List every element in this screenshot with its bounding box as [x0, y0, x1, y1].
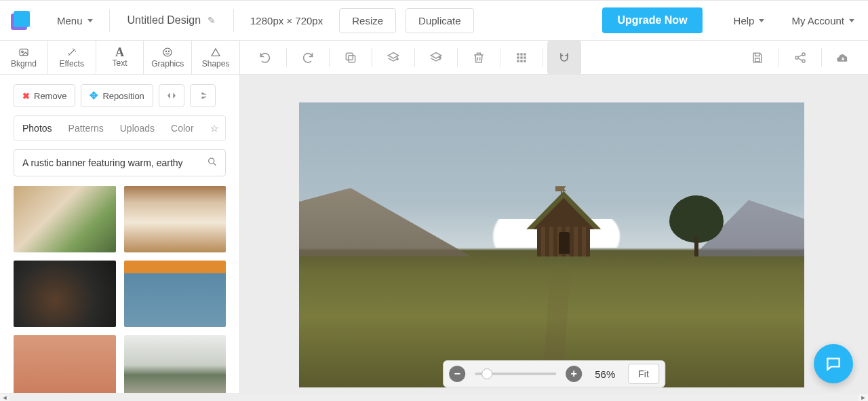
tab-shapes[interactable]: Shapes: [192, 41, 239, 74]
help-dropdown[interactable]: Help: [720, 0, 778, 41]
tab-effects[interactable]: Effects: [48, 41, 96, 74]
scroll-left-arrow[interactable]: ◄: [0, 394, 9, 402]
save-icon: [751, 51, 764, 64]
pencil-icon: ✎: [208, 15, 216, 26]
tab-background-label: Bkgrnd: [11, 59, 37, 69]
zoom-in-button[interactable]: +: [566, 366, 582, 382]
tab-background[interactable]: Bkgrnd: [0, 41, 48, 74]
chevron-down-icon: [759, 19, 764, 22]
chat-fab[interactable]: [814, 344, 853, 383]
svg-rect-6: [346, 53, 353, 60]
wand-icon: [66, 47, 78, 58]
magnet-icon: [557, 51, 571, 64]
svg-rect-5: [349, 55, 355, 62]
duplicate-button[interactable]: Duplicate: [406, 8, 474, 33]
zoom-out-button[interactable]: −: [449, 366, 465, 382]
menu-dropdown[interactable]: Menu: [41, 0, 109, 41]
design-title[interactable]: Untitled Design ✎: [110, 14, 234, 26]
photo-results: [14, 186, 226, 393]
photo-thumb[interactable]: [124, 335, 226, 393]
canvas-area[interactable]: − + 56% Fit: [240, 75, 868, 393]
reposition-button[interactable]: ✥ Reposition: [81, 84, 153, 107]
tab-text[interactable]: A Text: [96, 41, 144, 74]
remove-x-icon: ✖: [22, 91, 30, 101]
subtab-favorites[interactable]: ☆: [202, 116, 226, 140]
photo-thumb[interactable]: [14, 335, 116, 393]
svg-point-20: [209, 158, 214, 164]
svg-rect-9: [524, 53, 526, 55]
flip-horizontal-button[interactable]: [159, 84, 184, 107]
download-button[interactable]: [826, 41, 860, 75]
scroll-right-arrow[interactable]: ►: [859, 394, 868, 402]
search-icon[interactable]: [207, 157, 218, 170]
share-button[interactable]: [783, 41, 817, 75]
snap-button[interactable]: [547, 41, 581, 75]
design-title-text: Untitled Design: [127, 14, 201, 26]
redo-button[interactable]: [291, 41, 325, 75]
remove-button[interactable]: ✖ Remove: [14, 84, 75, 107]
copy-button[interactable]: [334, 41, 368, 75]
tab-effects-label: Effects: [59, 59, 83, 69]
photo-thumb[interactable]: [124, 186, 226, 252]
redo-icon: [301, 51, 315, 64]
undo-icon: [258, 51, 272, 64]
menu-label: Menu: [57, 15, 83, 26]
photo-thumb[interactable]: [14, 186, 116, 252]
subtab-photos[interactable]: Photos: [14, 116, 60, 140]
undo-button[interactable]: [248, 41, 282, 75]
star-icon: ☆: [210, 123, 219, 134]
tab-graphics-label: Graphics: [151, 59, 184, 69]
horizontal-scrollbar[interactable]: ◄ ►: [0, 393, 868, 401]
text-icon: A: [115, 47, 124, 57]
app-logo[interactable]: [0, 0, 41, 41]
chevron-down-icon: [849, 19, 854, 22]
photo-thumb[interactable]: [124, 261, 226, 327]
copy-icon: [344, 51, 357, 64]
chevron-down-icon: [87, 19, 93, 22]
layers-down-icon: [387, 51, 400, 64]
account-label: My Account: [791, 15, 844, 26]
canvas-dimensions: 1280px × 720px: [234, 15, 339, 26]
move-icon: ✥: [90, 90, 98, 102]
delete-button[interactable]: [462, 41, 496, 75]
subtab-color[interactable]: Color: [163, 116, 201, 140]
design-canvas[interactable]: [299, 102, 804, 387]
zoom-fit-button[interactable]: Fit: [628, 364, 659, 384]
send-backward-button[interactable]: [376, 41, 410, 75]
smile-icon: [161, 47, 174, 58]
sidebar-subtabs: Photos Patterns Uploads Color ☆: [14, 115, 226, 141]
svg-rect-16: [755, 58, 760, 61]
svg-rect-13: [517, 60, 519, 62]
triangle-icon: [210, 47, 222, 58]
upgrade-button[interactable]: Upgrade Now: [602, 7, 702, 33]
tab-graphics[interactable]: Graphics: [144, 41, 192, 74]
subtab-patterns[interactable]: Patterns: [60, 116, 112, 140]
bring-forward-button[interactable]: [419, 41, 453, 75]
svg-rect-8: [520, 53, 522, 55]
resize-button[interactable]: Resize: [339, 8, 396, 33]
flip-h-icon: [165, 90, 178, 102]
subtab-uploads[interactable]: Uploads: [112, 116, 163, 140]
photo-thumb[interactable]: [14, 261, 116, 327]
zoom-slider-knob[interactable]: [481, 368, 492, 379]
zoom-controls: − + 56% Fit: [443, 360, 665, 387]
canvas-image: [299, 102, 804, 387]
flip-vertical-button[interactable]: [190, 84, 216, 107]
svg-point-1: [22, 51, 24, 53]
zoom-percent: 56%: [591, 368, 618, 380]
reposition-label: Reposition: [102, 91, 144, 101]
grid-button[interactable]: [505, 41, 538, 75]
chat-icon: [825, 355, 842, 373]
layers-up-icon: [429, 51, 443, 64]
svg-point-4: [169, 51, 170, 52]
account-dropdown[interactable]: My Account: [778, 0, 868, 41]
help-label: Help: [734, 15, 755, 26]
save-button[interactable]: [741, 41, 774, 75]
zoom-slider[interactable]: [475, 373, 556, 375]
remove-label: Remove: [34, 91, 66, 101]
image-icon: [18, 47, 30, 58]
svg-rect-14: [520, 60, 522, 62]
svg-rect-10: [517, 56, 519, 58]
search-input[interactable]: [14, 149, 226, 176]
grid-icon: [515, 51, 528, 64]
